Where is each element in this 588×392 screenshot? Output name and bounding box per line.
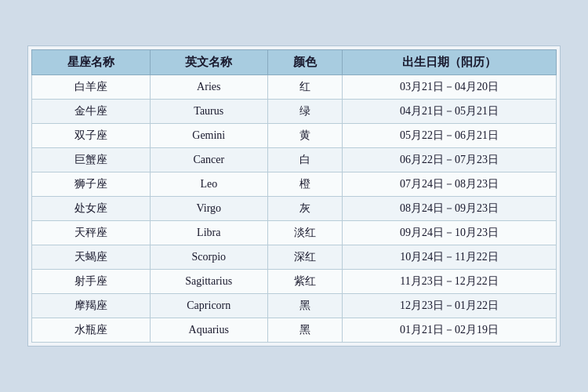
table-row: 巨蟹座Cancer白06月22日－07月23日 xyxy=(32,148,557,172)
table-header-cell: 英文名称 xyxy=(150,50,268,75)
table-cell: 狮子座 xyxy=(32,172,151,197)
table-cell: 04月21日－05月21日 xyxy=(342,100,556,124)
zodiac-table-container: 星座名称英文名称颜色出生日期（阳历） 白羊座Aries红03月21日－04月20… xyxy=(27,45,561,347)
table-header-cell: 出生日期（阳历） xyxy=(342,50,556,75)
table-body: 白羊座Aries红03月21日－04月20日金牛座Taurus绿04月21日－0… xyxy=(32,75,557,343)
table-row: 天蝎座Scorpio深红10月24日－11月22日 xyxy=(32,245,557,270)
table-cell: 10月24日－11月22日 xyxy=(342,245,556,270)
table-cell: Leo xyxy=(150,172,268,197)
table-row: 射手座Sagittarius紫红11月23日－12月22日 xyxy=(32,270,557,294)
table-cell: 红 xyxy=(268,75,343,100)
table-header-cell: 星座名称 xyxy=(32,50,151,75)
table-row: 处女座Virgo灰08月24日－09月23日 xyxy=(32,197,557,221)
table-row: 白羊座Aries红03月21日－04月20日 xyxy=(32,75,557,100)
table-row: 天秤座Libra淡红09月24日－10月23日 xyxy=(32,221,557,245)
table-cell: 橙 xyxy=(268,172,343,197)
table-row: 水瓶座Aquarius黑01月21日－02月19日 xyxy=(32,318,557,343)
table-cell: Capricorn xyxy=(150,294,268,318)
table-cell: 处女座 xyxy=(32,197,151,221)
table-cell: 灰 xyxy=(268,197,343,221)
table-cell: 天蝎座 xyxy=(32,245,151,270)
table-cell: Gemini xyxy=(150,124,268,148)
table-header-row: 星座名称英文名称颜色出生日期（阳历） xyxy=(32,50,557,75)
table-cell: 06月22日－07月23日 xyxy=(342,148,556,172)
zodiac-table: 星座名称英文名称颜色出生日期（阳历） 白羊座Aries红03月21日－04月20… xyxy=(31,49,557,343)
table-cell: Sagittarius xyxy=(150,270,268,294)
table-cell: 11月23日－12月22日 xyxy=(342,270,556,294)
table-cell: Libra xyxy=(150,221,268,245)
table-cell: 白羊座 xyxy=(32,75,151,100)
table-cell: Taurus xyxy=(150,100,268,124)
table-cell: 05月22日－06月21日 xyxy=(342,124,556,148)
table-cell: 07月24日－08月23日 xyxy=(342,172,556,197)
table-cell: 淡红 xyxy=(268,221,343,245)
table-cell: 08月24日－09月23日 xyxy=(342,197,556,221)
table-cell: 黑 xyxy=(268,318,343,343)
table-cell: 03月21日－04月20日 xyxy=(342,75,556,100)
table-cell: 摩羯座 xyxy=(32,294,151,318)
table-cell: 深红 xyxy=(268,245,343,270)
table-cell: Aquarius xyxy=(150,318,268,343)
table-cell: Scorpio xyxy=(150,245,268,270)
table-cell: 09月24日－10月23日 xyxy=(342,221,556,245)
table-row: 双子座Gemini黄05月22日－06月21日 xyxy=(32,124,557,148)
table-cell: 黄 xyxy=(268,124,343,148)
table-cell: Cancer xyxy=(150,148,268,172)
table-cell: 12月23日－01月22日 xyxy=(342,294,556,318)
table-cell: 白 xyxy=(268,148,343,172)
table-cell: 紫红 xyxy=(268,270,343,294)
table-cell: 01月21日－02月19日 xyxy=(342,318,556,343)
table-cell: 金牛座 xyxy=(32,100,151,124)
table-cell: Aries xyxy=(150,75,268,100)
table-header-cell: 颜色 xyxy=(268,50,343,75)
table-cell: 双子座 xyxy=(32,124,151,148)
table-row: 狮子座Leo橙07月24日－08月23日 xyxy=(32,172,557,197)
table-cell: 绿 xyxy=(268,100,343,124)
table-cell: 射手座 xyxy=(32,270,151,294)
table-cell: 黑 xyxy=(268,294,343,318)
table-cell: 天秤座 xyxy=(32,221,151,245)
table-cell: 水瓶座 xyxy=(32,318,151,343)
table-cell: 巨蟹座 xyxy=(32,148,151,172)
table-row: 金牛座Taurus绿04月21日－05月21日 xyxy=(32,100,557,124)
table-cell: Virgo xyxy=(150,197,268,221)
table-row: 摩羯座Capricorn黑12月23日－01月22日 xyxy=(32,294,557,318)
